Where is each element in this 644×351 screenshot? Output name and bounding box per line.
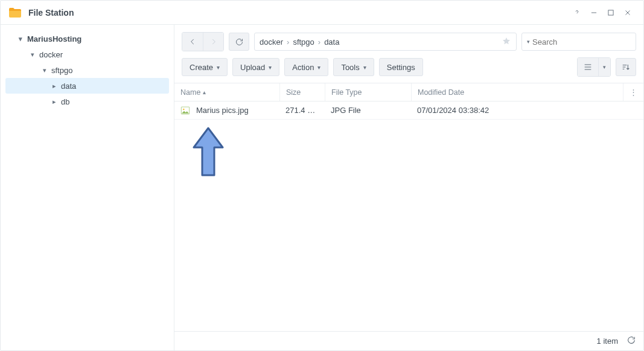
caret-down-icon: ▾: [269, 64, 272, 71]
list-view-icon: [583, 62, 593, 72]
table-body: Marius pics.jpg 271.4 … JPG File 07/01/2…: [174, 101, 643, 331]
sidebar-root[interactable]: ▾ MariusHosting: [5, 31, 169, 47]
refresh-button[interactable]: [229, 33, 249, 51]
column-label: Modified Date: [418, 88, 464, 97]
view-switcher: ▾: [577, 57, 611, 77]
sidebar-item-docker[interactable]: ▾ docker: [5, 47, 169, 62]
action-button[interactable]: Action ▾: [284, 58, 328, 76]
status-refresh-button[interactable]: [626, 335, 636, 347]
sidebar-root-label: MariusHosting: [27, 34, 81, 43]
table-header: Name ▴ Size File Type Modified Date ⋮: [174, 83, 643, 101]
column-header-date[interactable]: Modified Date: [411, 83, 623, 101]
close-button[interactable]: [619, 4, 636, 21]
chevron-left-icon: [188, 37, 197, 46]
toolbar-navigation: docker › sftpgo › data ▾: [174, 25, 643, 55]
breadcrumb-item[interactable]: data: [324, 37, 339, 47]
refresh-icon: [235, 37, 244, 47]
image-file-icon: [180, 106, 190, 115]
cell-size: 271.4 …: [279, 101, 325, 119]
caret-down-icon: ▾: [603, 64, 606, 70]
svg-rect-0: [608, 10, 613, 14]
sidebar-item-db[interactable]: ▸ db: [5, 94, 169, 109]
button-label: Upload: [240, 63, 265, 72]
button-label: Tools: [341, 63, 359, 72]
chevron-right-icon: ›: [287, 37, 289, 47]
search-input[interactable]: [532, 37, 634, 47]
sidebar-item-label: db: [61, 97, 69, 106]
sidebar-item-label: data: [61, 82, 76, 91]
list-view-button[interactable]: [578, 58, 598, 76]
button-label: Create: [190, 63, 213, 72]
app-title: File Station: [28, 8, 74, 18]
tools-button[interactable]: Tools ▾: [333, 58, 374, 76]
favorite-button[interactable]: [502, 36, 511, 48]
help-icon: [573, 8, 581, 17]
annotation-arrow-up: [191, 126, 225, 180]
create-button[interactable]: Create ▾: [182, 58, 228, 76]
maximize-icon: [607, 8, 615, 17]
cell-type: JPG File: [325, 101, 411, 119]
main-panel: docker › sftpgo › data ▾: [174, 25, 643, 350]
breadcrumb-item[interactable]: sftpgo: [293, 37, 314, 47]
nav-back-button[interactable]: [182, 33, 203, 51]
cell-name: Marius pics.jpg: [174, 101, 279, 119]
settings-button[interactable]: Settings: [379, 58, 423, 76]
caret-down-icon: ▾: [40, 66, 49, 74]
close-icon: [623, 8, 632, 17]
maximize-button[interactable]: [602, 4, 619, 21]
item-count: 1 item: [597, 337, 618, 346]
column-more-button[interactable]: ⋮: [623, 83, 643, 101]
column-label: Name: [180, 88, 200, 97]
view-dropdown-button[interactable]: ▾: [598, 58, 610, 76]
star-icon: [502, 36, 511, 46]
caret-down-icon: ▾: [363, 64, 366, 71]
minimize-button[interactable]: [585, 4, 602, 21]
caret-right-icon: ▸: [50, 98, 59, 106]
column-header-type[interactable]: File Type: [325, 83, 411, 101]
help-button[interactable]: [569, 4, 585, 21]
status-bar: 1 item: [174, 331, 643, 350]
file-table: Name ▴ Size File Type Modified Date ⋮: [174, 83, 643, 350]
minimize-icon: [590, 8, 598, 17]
search-scope-caret[interactable]: ▾: [527, 39, 530, 45]
caret-down-icon: ▾: [317, 64, 320, 71]
button-label: Settings: [387, 63, 415, 72]
refresh-icon: [626, 335, 636, 345]
table-row[interactable]: Marius pics.jpg 271.4 … JPG File 07/01/2…: [174, 101, 643, 120]
sidebar-item-label: sftpgo: [51, 66, 72, 75]
sort-toggle-button[interactable]: [616, 58, 636, 76]
chevron-right-icon: [209, 37, 218, 46]
sort-asc-icon: ▴: [203, 89, 206, 95]
nav-forward-button[interactable]: [203, 33, 223, 51]
nav-group: [182, 32, 224, 51]
sidebar: ▾ MariusHosting ▾ docker ▾ sftpgo ▸ data…: [1, 25, 174, 350]
file-station-window: File Station ▾ MariusHosting ▾ docker: [0, 0, 644, 351]
more-vert-icon: ⋮: [630, 88, 637, 97]
search-box[interactable]: ▾: [521, 33, 636, 51]
sidebar-item-label: docker: [39, 50, 63, 59]
file-name: Marius pics.jpg: [196, 106, 249, 115]
sidebar-item-data[interactable]: ▸ data: [5, 78, 169, 94]
caret-down-icon: ▾: [217, 64, 220, 71]
chevron-right-icon: ›: [318, 37, 320, 47]
upload-button[interactable]: Upload ▾: [232, 58, 279, 76]
column-header-size[interactable]: Size: [279, 83, 325, 101]
column-label: Size: [286, 88, 301, 97]
caret-down-icon: ▾: [16, 35, 25, 43]
breadcrumb-item[interactable]: docker: [260, 37, 283, 47]
breadcrumb: docker › sftpgo › data: [254, 33, 517, 51]
button-label: Action: [292, 63, 314, 72]
sort-toggle-icon: [621, 62, 631, 72]
cell-date: 07/01/2024 03:38:42: [411, 101, 628, 119]
titlebar: File Station: [1, 1, 643, 25]
sidebar-item-sftpgo[interactable]: ▾ sftpgo: [5, 62, 169, 78]
caret-right-icon: ▸: [50, 82, 59, 90]
column-header-name[interactable]: Name ▴: [174, 83, 279, 101]
column-label: File Type: [331, 88, 362, 97]
toolbar-actions: Create ▾ Upload ▾ Action ▾ Tools ▾ Setti…: [174, 55, 643, 83]
svg-point-3: [183, 108, 185, 110]
app-folder-icon: [8, 5, 22, 20]
caret-down-icon: ▾: [28, 51, 37, 59]
